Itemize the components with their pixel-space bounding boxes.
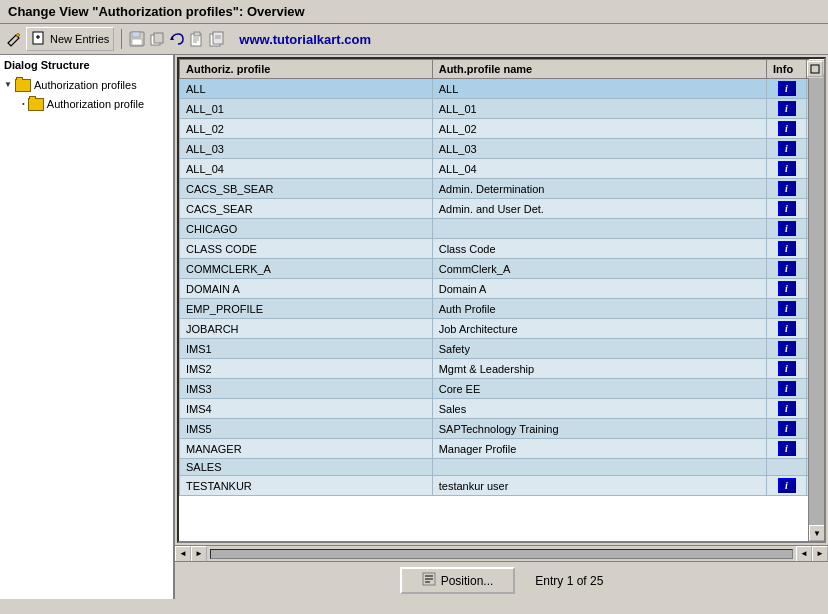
cell-name: Safety bbox=[432, 339, 766, 359]
info-button[interactable]: i bbox=[778, 181, 796, 196]
table-container: Authoriz. profile Auth.profile name Info bbox=[177, 57, 826, 543]
info-button[interactable]: i bbox=[778, 141, 796, 156]
cell-info[interactable]: i bbox=[767, 239, 807, 259]
cell-info[interactable]: i bbox=[767, 279, 807, 299]
select-all-btn[interactable] bbox=[807, 61, 823, 77]
cell-info[interactable]: i bbox=[767, 359, 807, 379]
cell-info[interactable]: i bbox=[767, 419, 807, 439]
table-row[interactable]: ALL_04ALL_04i bbox=[180, 159, 824, 179]
copy-icon[interactable] bbox=[149, 31, 165, 47]
undo-icon[interactable] bbox=[169, 31, 185, 47]
scroll-right-btn[interactable]: ► bbox=[191, 546, 207, 562]
cell-info[interactable] bbox=[767, 459, 807, 476]
table-row[interactable]: ALL_02ALL_02i bbox=[180, 119, 824, 139]
info-button[interactable]: i bbox=[778, 221, 796, 236]
cell-name: ALL_02 bbox=[432, 119, 766, 139]
table-row[interactable]: ALL_01ALL_01i bbox=[180, 99, 824, 119]
cell-info[interactable]: i bbox=[767, 159, 807, 179]
info-button[interactable]: i bbox=[778, 161, 796, 176]
info-button[interactable]: i bbox=[778, 261, 796, 276]
cell-name: Core EE bbox=[432, 379, 766, 399]
position-label: Position... bbox=[441, 574, 494, 588]
table-row[interactable]: IMS3Core EEi bbox=[180, 379, 824, 399]
table-row[interactable]: CHICAGOi bbox=[180, 219, 824, 239]
table-row[interactable]: JOBARCHJob Architecturei bbox=[180, 319, 824, 339]
cell-profile: SALES bbox=[180, 459, 433, 476]
scroll-down-btn[interactable]: ▼ bbox=[809, 525, 825, 541]
cell-info[interactable]: i bbox=[767, 339, 807, 359]
info-button[interactable]: i bbox=[778, 478, 796, 493]
horiz-scroll-track[interactable] bbox=[210, 549, 793, 559]
table-row[interactable]: TESTANKURtestankur useri bbox=[180, 476, 824, 496]
cell-name: Domain A bbox=[432, 279, 766, 299]
table-panel: Authoriz. profile Auth.profile name Info bbox=[175, 55, 828, 599]
cell-profile: ALL_03 bbox=[180, 139, 433, 159]
vertical-scrollbar[interactable]: ▲ ▼ bbox=[808, 59, 824, 541]
info-button[interactable]: i bbox=[778, 401, 796, 416]
cell-info[interactable]: i bbox=[767, 299, 807, 319]
table-row[interactable]: IMS2Mgmt & Leadershipi bbox=[180, 359, 824, 379]
info-button[interactable]: i bbox=[778, 201, 796, 216]
info-button[interactable]: i bbox=[778, 81, 796, 96]
table-row[interactable]: CACS_SB_SEARAdmin. Determinationi bbox=[180, 179, 824, 199]
cell-info[interactable]: i bbox=[767, 179, 807, 199]
cell-info[interactable]: i bbox=[767, 319, 807, 339]
paste-icon[interactable] bbox=[189, 31, 205, 47]
table-row[interactable]: IMS5SAPTechnology Trainingi bbox=[180, 419, 824, 439]
info-button[interactable]: i bbox=[778, 281, 796, 296]
table-row[interactable]: IMS4Salesi bbox=[180, 399, 824, 419]
save-icon[interactable] bbox=[129, 31, 145, 47]
table-row[interactable]: SALES bbox=[180, 459, 824, 476]
info-button[interactable]: i bbox=[778, 321, 796, 336]
cell-info[interactable]: i bbox=[767, 99, 807, 119]
dialog-structure-panel: Dialog Structure ▼ Authorization profile… bbox=[0, 55, 175, 599]
table-row[interactable]: CACS_SEARAdmin. and User Det.i bbox=[180, 199, 824, 219]
info-button[interactable]: i bbox=[778, 441, 796, 456]
cell-info[interactable]: i bbox=[767, 79, 807, 99]
horizontal-scrollbar[interactable]: ◄ ► ◄ ► bbox=[175, 545, 828, 561]
info-button[interactable]: i bbox=[778, 361, 796, 376]
info-button[interactable]: i bbox=[778, 381, 796, 396]
cell-name bbox=[432, 459, 766, 476]
cell-info[interactable]: i bbox=[767, 439, 807, 459]
cell-info[interactable]: i bbox=[767, 219, 807, 239]
position-button[interactable]: Position... bbox=[400, 567, 516, 594]
info-button[interactable]: i bbox=[778, 241, 796, 256]
cell-info[interactable]: i bbox=[767, 199, 807, 219]
svg-rect-10 bbox=[194, 32, 200, 36]
table-row[interactable]: MANAGERManager Profilei bbox=[180, 439, 824, 459]
table-row[interactable]: ALLALLi bbox=[180, 79, 824, 99]
cell-info[interactable]: i bbox=[767, 139, 807, 159]
table-row[interactable]: ALL_03ALL_03i bbox=[180, 139, 824, 159]
table-row[interactable]: DOMAIN ADomain Ai bbox=[180, 279, 824, 299]
scroll-page-right-btn[interactable]: ► bbox=[812, 546, 828, 562]
copy2-icon[interactable] bbox=[209, 31, 225, 47]
scroll-page-left-btn[interactable]: ◄ bbox=[796, 546, 812, 562]
info-button[interactable]: i bbox=[778, 101, 796, 116]
table-row[interactable]: COMMCLERK_ACommClerk_Ai bbox=[180, 259, 824, 279]
cell-info[interactable]: i bbox=[767, 399, 807, 419]
cell-profile: ALL bbox=[180, 79, 433, 99]
tree-dot: • bbox=[22, 99, 25, 108]
info-button[interactable]: i bbox=[778, 421, 796, 436]
cell-profile: EMP_PROFILE bbox=[180, 299, 433, 319]
table-wrapper[interactable]: Authoriz. profile Auth.profile name Info bbox=[179, 59, 824, 541]
svg-rect-7 bbox=[154, 33, 163, 43]
cell-info[interactable]: i bbox=[767, 259, 807, 279]
scroll-track[interactable] bbox=[809, 75, 824, 525]
table-row[interactable]: CLASS CODEClass Codei bbox=[180, 239, 824, 259]
cell-info[interactable]: i bbox=[767, 379, 807, 399]
cell-name: Admin. Determination bbox=[432, 179, 766, 199]
table-row[interactable]: IMS1Safetyi bbox=[180, 339, 824, 359]
scroll-left-btn[interactable]: ◄ bbox=[175, 546, 191, 562]
info-button[interactable]: i bbox=[778, 121, 796, 136]
new-entries-button[interactable]: New Entries bbox=[26, 27, 114, 51]
info-button[interactable]: i bbox=[778, 301, 796, 316]
tree-item-auth-profiles[interactable]: ▼ Authorization profiles bbox=[4, 75, 169, 94]
cell-info[interactable]: i bbox=[767, 119, 807, 139]
table-row[interactable]: EMP_PROFILEAuth Profilei bbox=[180, 299, 824, 319]
info-button[interactable]: i bbox=[778, 341, 796, 356]
cell-name: ALL bbox=[432, 79, 766, 99]
cell-info[interactable]: i bbox=[767, 476, 807, 496]
tree-item-auth-profile[interactable]: • Authorization profile bbox=[4, 94, 169, 113]
